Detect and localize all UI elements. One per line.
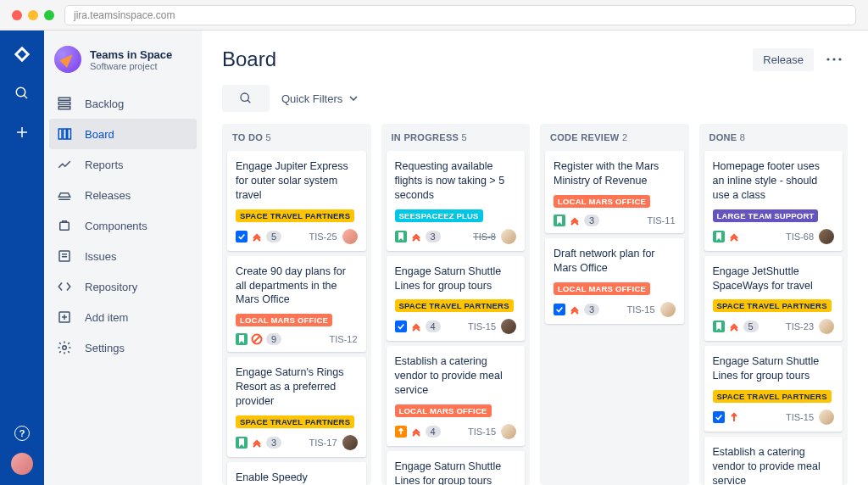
task-type-icon xyxy=(236,231,248,242)
issue-card[interactable]: Establish a catering vendor to provide m… xyxy=(704,437,843,485)
card-key: TIS-8 xyxy=(473,231,496,242)
sidebar-item-settings[interactable]: Settings xyxy=(44,332,202,363)
assignee-avatar[interactable] xyxy=(819,319,834,334)
issue-card[interactable]: Requesting available flights is now taki… xyxy=(387,151,526,251)
card-estimate: 3 xyxy=(584,215,599,226)
url-bar[interactable]: jira.teamsinspace.com xyxy=(64,5,856,25)
card-key: TIS-68 xyxy=(786,231,814,242)
assignee-avatar[interactable] xyxy=(819,229,834,244)
sidebar-item-issues[interactable]: Issues xyxy=(44,241,202,271)
highest-priority-icon xyxy=(728,321,740,332)
project-header[interactable]: Teams in Space Software project xyxy=(44,46,202,88)
highest-priority-icon xyxy=(569,215,581,226)
highest-priority-icon xyxy=(728,231,740,242)
assignee-avatar[interactable] xyxy=(501,229,516,244)
card-estimate: 4 xyxy=(426,426,441,438)
issue-card[interactable]: Engage Saturn Shuttle Lines for group to… xyxy=(387,451,526,485)
svg-point-19 xyxy=(826,58,829,60)
jira-logo-icon[interactable] xyxy=(12,44,32,64)
card-estimate: 9 xyxy=(266,333,281,345)
sidebar-item-label: Settings xyxy=(85,342,125,354)
sidebar-item-backlog[interactable]: Backlog xyxy=(44,88,202,119)
sidebar-item-repository[interactable]: Repository xyxy=(44,271,202,302)
card-estimate: 5 xyxy=(266,231,281,242)
card-title: Establish a catering vendor to provide m… xyxy=(713,445,835,485)
minimize-window-button[interactable] xyxy=(28,10,38,20)
card-label: SPACE TRAVEL PARTNERS xyxy=(236,415,354,428)
card-key: TIS-15 xyxy=(468,426,496,437)
card-title: Engage Saturn Shuttle Lines for group to… xyxy=(713,354,835,383)
assignee-avatar[interactable] xyxy=(501,424,516,439)
search-icon[interactable] xyxy=(12,83,32,103)
issue-card[interactable]: Register with the Mars Ministry of Reven… xyxy=(545,151,684,233)
svg-line-25 xyxy=(254,337,260,343)
high-priority-icon xyxy=(728,411,740,423)
project-avatar-icon xyxy=(54,46,81,73)
quick-filters-dropdown[interactable]: Quick Filters xyxy=(281,92,358,105)
board-icon xyxy=(56,125,73,142)
help-icon[interactable]: ? xyxy=(14,426,30,441)
assignee-avatar[interactable] xyxy=(342,229,358,244)
issue-card[interactable]: Establish a catering vendor to provide m… xyxy=(387,346,526,446)
maximize-window-button[interactable] xyxy=(44,10,54,20)
svg-point-21 xyxy=(838,58,841,60)
issue-card[interactable]: Draft network plan for Mars OfficeLOCAL … xyxy=(545,238,684,324)
card-title: Engage Saturn Shuttle Lines for group to… xyxy=(395,460,517,485)
svg-rect-8 xyxy=(64,129,67,139)
issue-card[interactable]: Engage Saturn Shuttle Lines for group to… xyxy=(387,256,526,342)
card-label: LOCAL MARS OFFICE xyxy=(554,282,650,295)
card-label: SPACE TRAVEL PARTNERS xyxy=(713,299,832,312)
create-icon[interactable] xyxy=(12,122,32,142)
board-column: IN PROGRESS 5Requesting available flight… xyxy=(381,124,531,485)
card-key: TIS-15 xyxy=(626,304,654,315)
user-avatar[interactable] xyxy=(11,453,33,475)
issue-card[interactable]: Engage Saturn Shuttle Lines for group to… xyxy=(704,346,843,432)
search-input[interactable] xyxy=(222,85,270,112)
sidebar-item-label: Add item xyxy=(85,311,128,324)
column-header: DONE 8 xyxy=(704,132,843,146)
issues-icon xyxy=(56,248,73,265)
issue-card[interactable]: Engage Jupiter Express for outer solar s… xyxy=(227,151,366,251)
add-item-icon xyxy=(56,309,73,326)
card-label: LOCAL MARS OFFICE xyxy=(236,314,332,326)
svg-point-18 xyxy=(63,346,67,350)
card-title: Establish a catering vendor to provide m… xyxy=(395,354,517,398)
chevron-down-icon xyxy=(349,96,358,101)
svg-rect-6 xyxy=(58,107,70,109)
quick-filters-label: Quick Filters xyxy=(281,92,342,105)
assignee-avatar[interactable] xyxy=(501,319,516,334)
close-window-button[interactable] xyxy=(12,10,22,20)
sidebar-item-releases[interactable]: Releases xyxy=(44,180,202,210)
sidebar-item-add-item[interactable]: Add item xyxy=(44,302,202,332)
sidebar: Teams in Space Software project BacklogB… xyxy=(44,31,202,485)
board-column: DONE 8Homepage footer uses an inline sty… xyxy=(699,124,849,485)
issue-card[interactable]: Homepage footer uses an inline style - s… xyxy=(704,151,843,251)
assignee-avatar[interactable] xyxy=(660,302,676,317)
card-title: Engage JetShuttle SpaceWays for travel xyxy=(713,265,835,293)
sidebar-item-label: Backlog xyxy=(85,98,124,110)
issue-card[interactable]: Enable Speedy SpaceCraft as the preferre… xyxy=(227,462,366,485)
card-title: Engage Saturn's Rings Resort as a prefer… xyxy=(236,365,358,409)
card-estimate: 3 xyxy=(266,437,281,449)
issue-card[interactable]: Engage Saturn's Rings Resort as a prefer… xyxy=(227,357,366,457)
card-title: Engage Jupiter Express for outer solar s… xyxy=(236,159,358,203)
sidebar-item-board[interactable]: Board xyxy=(49,119,197,149)
sidebar-item-label: Components xyxy=(85,220,147,232)
issue-card[interactable]: Engage JetShuttle SpaceWays for travelSP… xyxy=(704,256,843,342)
more-actions-button[interactable] xyxy=(821,46,848,73)
column-header: IN PROGRESS 5 xyxy=(387,132,526,146)
card-title: Homepage footer uses an inline style - s… xyxy=(713,159,835,203)
assignee-avatar[interactable] xyxy=(342,435,358,450)
issue-card[interactable]: Create 90 day plans for all departments … xyxy=(227,256,366,353)
sidebar-item-reports[interactable]: Reports xyxy=(44,149,202,180)
highest-priority-icon xyxy=(410,321,422,332)
highest-priority-icon xyxy=(410,231,422,242)
release-button[interactable]: Release xyxy=(753,48,814,71)
sidebar-item-components[interactable]: Components xyxy=(44,210,202,241)
svg-point-0 xyxy=(16,87,25,97)
global-nav: ? xyxy=(0,31,44,485)
sidebar-item-label: Board xyxy=(85,128,114,141)
assignee-avatar[interactable] xyxy=(819,410,834,425)
card-label: LOCAL MARS OFFICE xyxy=(554,195,650,208)
svg-rect-5 xyxy=(58,103,70,105)
